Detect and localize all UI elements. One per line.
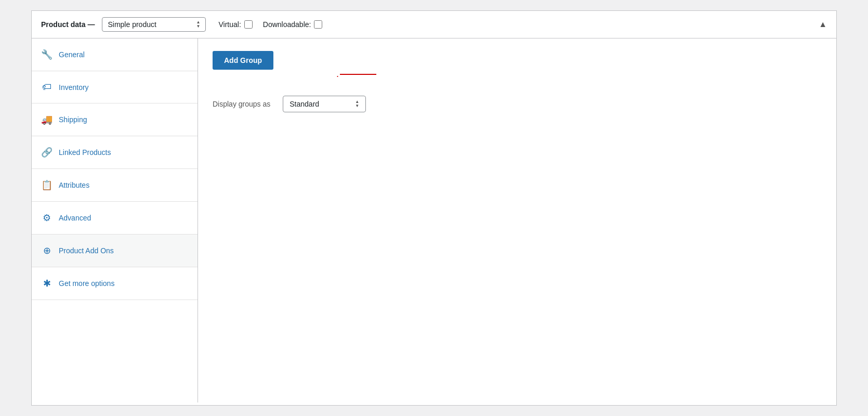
virtual-label[interactable]: Virtual: bbox=[218, 20, 252, 29]
sidebar-item-get-more-options-label: Get more options bbox=[59, 279, 114, 288]
downloadable-checkbox[interactable] bbox=[314, 20, 322, 29]
display-groups-select[interactable]: Standard ▲▼ bbox=[283, 96, 366, 112]
display-groups-value: Standard bbox=[290, 100, 319, 108]
red-underline bbox=[340, 74, 376, 75]
sidebar-item-shipping[interactable]: 🚚 Shipping bbox=[32, 103, 198, 136]
sidebar-item-product-add-ons-label: Product Add Ons bbox=[59, 246, 114, 255]
link-icon: 🔗 bbox=[41, 147, 52, 158]
select-arrows-icon: ▲▼ bbox=[196, 20, 201, 29]
star-icon: ✱ bbox=[41, 278, 52, 289]
panel-title-text: Product data bbox=[41, 20, 86, 29]
sidebar-item-get-more-options[interactable]: ✱ Get more options bbox=[32, 267, 198, 300]
downloadable-label-text: Downloadable: bbox=[263, 20, 311, 29]
sidebar: 🔧 General 🏷 Inventory 🚚 Shipping 🔗 Linke… bbox=[32, 38, 198, 402]
sidebar-item-attributes[interactable]: 📋 Attributes bbox=[32, 169, 198, 202]
plus-circle-icon: ⊕ bbox=[41, 245, 52, 256]
virtual-label-text: Virtual: bbox=[218, 20, 241, 29]
sidebar-item-advanced-label: Advanced bbox=[59, 214, 91, 222]
collapse-button[interactable]: ▲ bbox=[819, 20, 827, 29]
product-data-panel: Product data — Simple product ▲▼ Virtual… bbox=[31, 10, 837, 406]
panel-body: 🔧 General 🏷 Inventory 🚚 Shipping 🔗 Linke… bbox=[32, 38, 836, 402]
list-icon: 📋 bbox=[41, 179, 52, 191]
panel-title: Product data — bbox=[41, 20, 95, 29]
product-type-select[interactable]: Simple product ▲▼ bbox=[102, 17, 206, 32]
display-groups-label: Display groups as bbox=[213, 100, 270, 108]
sidebar-item-product-add-ons[interactable]: ⊕ Product Add Ons bbox=[32, 235, 198, 267]
wrench-icon: 🔧 bbox=[41, 49, 52, 60]
panel-title-dash: — bbox=[87, 20, 95, 29]
add-group-button[interactable]: Add Group bbox=[213, 51, 273, 70]
sidebar-item-inventory[interactable]: 🏷 Inventory bbox=[32, 71, 198, 103]
sidebar-item-shipping-label: Shipping bbox=[59, 115, 87, 124]
panel-header: Product data — Simple product ▲▼ Virtual… bbox=[32, 11, 836, 38]
virtual-downloadable-group: Virtual: Downloadable: bbox=[218, 20, 322, 29]
sidebar-item-linked-products[interactable]: 🔗 Linked Products bbox=[32, 136, 198, 169]
sidebar-item-attributes-label: Attributes bbox=[59, 181, 89, 189]
gear-icon: ⚙ bbox=[41, 212, 52, 224]
main-content: Add Group · Display groups as Standard ▲… bbox=[198, 38, 836, 402]
truck-icon: 🚚 bbox=[41, 114, 52, 125]
display-groups-row: Display groups as Standard ▲▼ bbox=[213, 96, 822, 112]
virtual-checkbox[interactable] bbox=[244, 20, 253, 29]
display-groups-arrows-icon: ▲▼ bbox=[355, 100, 359, 108]
sidebar-item-general-label: General bbox=[59, 50, 85, 59]
tag-icon: 🏷 bbox=[41, 82, 52, 93]
sidebar-item-general[interactable]: 🔧 General bbox=[32, 38, 198, 71]
input-area: · bbox=[213, 70, 822, 80]
sidebar-item-inventory-label: Inventory bbox=[59, 83, 89, 92]
downloadable-label[interactable]: Downloadable: bbox=[263, 20, 323, 29]
sidebar-item-linked-products-label: Linked Products bbox=[59, 148, 111, 157]
sidebar-item-advanced[interactable]: ⚙ Advanced bbox=[32, 202, 198, 235]
product-type-value: Simple product bbox=[108, 20, 156, 29]
